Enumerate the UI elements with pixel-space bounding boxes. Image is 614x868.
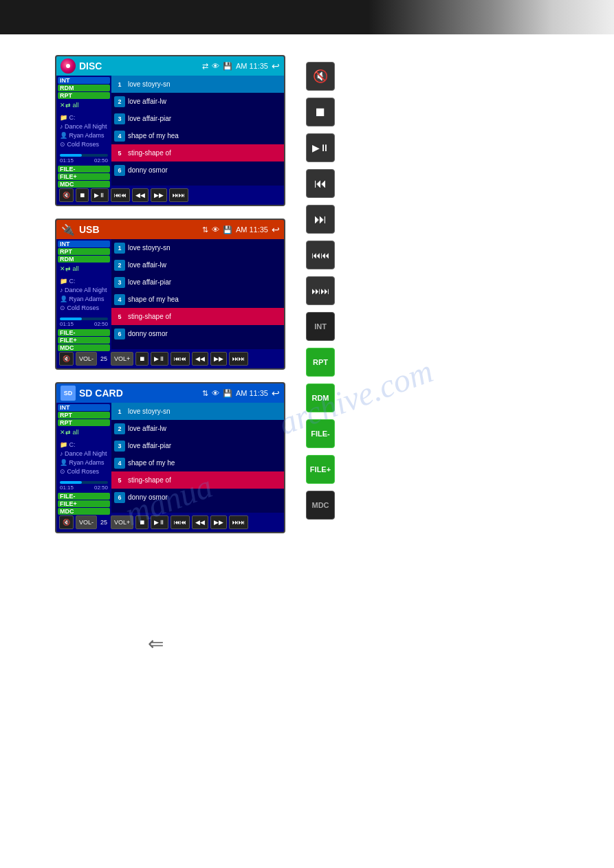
sd-mute-btn[interactable]: 🔇	[59, 515, 74, 529]
usb-track-row-6[interactable]: 6 donny osmor	[111, 325, 284, 342]
usb-file-info: 📁 C: ♪ Dance All Night 👤 Ryan Adams ⊙ Co…	[58, 276, 110, 314]
usb-vol-down[interactable]: VOL-	[76, 352, 97, 366]
sdcard-all-sym: ✕⇄ all	[60, 429, 79, 436]
usb-track-row-1[interactable]: 1 love stoyry-sn	[111, 239, 284, 256]
track-num-1: 1	[114, 79, 125, 90]
track-row-6[interactable]: 6 donny osmor	[111, 162, 284, 179]
usb-track-name-1: love stoyry-sn	[128, 244, 171, 252]
back-arrow[interactable]: ⇐	[148, 632, 164, 655]
disc-skipfwd-btn[interactable]: ⏭⏭	[169, 188, 188, 202]
sd-rewind-btn[interactable]: ◀◀	[192, 515, 208, 529]
sd-track-row-3[interactable]: 3 love affair-piar	[111, 437, 284, 454]
sdcard-mdc[interactable]: MDC	[58, 508, 110, 515]
disc-file-info: 📁 C: ♪ Dance All Night 👤 Ryan Adams ⊙ Co…	[58, 112, 110, 151]
sd-skipback-btn[interactable]: ⏮⏮	[171, 515, 190, 529]
disc-skipback-btn[interactable]: ⏮⏮	[111, 188, 130, 202]
usb-skipback-btn[interactable]: ⏮⏮	[171, 352, 190, 366]
usb-artist: 👤 Ryan Adams	[60, 295, 108, 304]
right-playpause-btn[interactable]: ▶⏸	[306, 133, 335, 162]
sdcard-info: ✕⇄ all	[58, 427, 110, 438]
sd-track-row-1[interactable]: 1 love stoyry-sn	[111, 403, 284, 420]
disc-back-icon: ↩	[272, 60, 280, 71]
sd-track-row-2[interactable]: 2 love affair-lw	[111, 420, 284, 437]
track-name-6: donny osmor	[128, 166, 168, 174]
track-row-5[interactable]: 5 sting-shape of	[111, 144, 284, 162]
usb-rdm-btn[interactable]: RDM	[58, 256, 110, 263]
usb-mdc[interactable]: MDC	[58, 344, 110, 351]
disc-rpt-btn[interactable]: RPT	[58, 92, 110, 99]
usb-skipfwd-btn[interactable]: ⏭⏭	[229, 352, 248, 366]
usb-file-plus[interactable]: FILE+	[58, 337, 110, 344]
right-rpt-btn[interactable]: RPT	[306, 348, 335, 377]
disc-rewind-btn[interactable]: ◀◀	[132, 188, 149, 202]
right-stop-btn[interactable]: ⏹	[306, 98, 335, 126]
right-vol-btn[interactable]: 🔇	[306, 62, 335, 91]
usb-track-row-4[interactable]: 4 shape of my hea	[111, 291, 284, 308]
track-row-1[interactable]: 1 love stoyry-sn	[111, 76, 284, 93]
usb-track-row-3[interactable]: 3 love affair-piar	[111, 274, 284, 291]
right-int-btn[interactable]: INT	[306, 312, 335, 341]
sdcard-int-btn[interactable]: INT	[58, 404, 110, 411]
usb-info: ✕⇄ all	[58, 263, 110, 275]
usb-track-name-3: love affair-piar	[128, 278, 171, 286]
sd-track-row-4[interactable]: 4 shape of my he	[111, 454, 284, 471]
right-skipfwd-btn[interactable]: ⏭⏭	[306, 276, 335, 305]
disc-mute-btn[interactable]: 🔇	[59, 188, 74, 202]
disc-mdc[interactable]: MDC	[58, 181, 110, 188]
track-num-5: 5	[114, 148, 125, 159]
sdcard-artist: 👤 Ryan Adams	[60, 458, 108, 467]
right-rewind-btn[interactable]: ⏮	[306, 169, 335, 198]
sdcard-sidebar: INT RPT RPT ✕⇄ all 📁 C: ♪ Dance All Nigh…	[56, 403, 111, 513]
sd-track-name-4: shape of my he	[128, 459, 175, 467]
usb-ffwd-btn[interactable]: ▶▶	[210, 352, 227, 366]
right-rdm-btn[interactable]: RDM	[306, 383, 335, 412]
right-file-minus-btn[interactable]: FILE-	[306, 419, 335, 448]
sdcard-rpt-btn2[interactable]: RPT	[58, 419, 110, 426]
right-file-plus-btn[interactable]: FILE+	[306, 455, 335, 484]
disc-file-plus[interactable]: FILE+	[58, 173, 110, 180]
sdcard-controls: 🔇 VOL- 25 VOL+ ⏹ ▶⏸ ⏮⏮ ◀◀ ▶▶ ⏭⏭	[56, 513, 284, 532]
usb-file-minus[interactable]: FILE-	[58, 329, 110, 336]
disc-ffwd-btn[interactable]: ▶▶	[151, 188, 167, 202]
disc-time: AM 11:35	[236, 62, 268, 70]
sdcard-label: SD CARD	[79, 388, 123, 399]
sd-stop-btn[interactable]: ⏹	[135, 515, 149, 529]
disc-file-minus[interactable]: FILE-	[58, 166, 110, 173]
usb-int-btn[interactable]: INT	[58, 241, 110, 247]
disc-playpause-btn[interactable]: ▶⏸	[91, 188, 109, 202]
usb-stop-btn[interactable]: ⏹	[135, 352, 149, 366]
sdcard-title-left: SD SD CARD	[61, 386, 123, 401]
track-row-2[interactable]: 2 love affair-lw	[111, 93, 284, 110]
usb-mute-btn[interactable]: 🔇	[59, 352, 74, 366]
disc-artist: 👤 Ryan Adams	[60, 131, 108, 140]
sdcard-icon: SD	[61, 386, 76, 401]
usb-playpause-btn[interactable]: ▶⏸	[151, 352, 168, 366]
disc-icon	[61, 58, 76, 74]
disc-stop-btn[interactable]: ⏹	[76, 188, 89, 202]
sd-track-row-5[interactable]: 5 sting-shape of	[111, 471, 284, 489]
sd-ffwd-btn[interactable]: ▶▶	[210, 515, 227, 529]
usb-titlebar: 🔌 USB ⇅ 👁 💾 AM 11:35 ↩	[56, 220, 284, 239]
sdcard-rpt-btn1[interactable]: RPT	[58, 412, 110, 419]
sdcard-file-minus[interactable]: FILE-	[58, 493, 110, 500]
track-row-3[interactable]: 3 love affair-piar	[111, 110, 284, 127]
sdcard-file-plus[interactable]: FILE+	[58, 500, 110, 507]
usb-rpt-btn[interactable]: RPT	[58, 248, 110, 255]
usb-track-row-5[interactable]: 5 sting-shape of	[111, 308, 284, 325]
sd-track-row-6[interactable]: 6 donny osmor	[111, 489, 284, 506]
sd-vol-up[interactable]: VOL+	[111, 515, 133, 529]
right-ffwd-btn[interactable]: ⏭	[306, 205, 335, 234]
right-skipback-btn[interactable]: ⏮⏮	[306, 241, 335, 269]
sd-vol-down[interactable]: VOL-	[76, 515, 97, 529]
usb-rewind-btn[interactable]: ◀◀	[192, 352, 208, 366]
sd-skipfwd-btn[interactable]: ⏭⏭	[229, 515, 248, 529]
disc-time-display: 01:15 02:50	[60, 157, 108, 164]
disc-int-btn[interactable]: INT	[58, 77, 110, 84]
disc-rdm-btn[interactable]: RDM	[58, 85, 110, 91]
usb-vol-up[interactable]: VOL+	[111, 352, 133, 366]
right-mdc-btn[interactable]: MDC	[306, 491, 335, 520]
sd-playpause-btn[interactable]: ▶⏸	[151, 515, 168, 529]
usb-track-row-2[interactable]: 2 love affair-lw	[111, 256, 284, 274]
disc-progress-area: 01:15 02:50	[58, 153, 110, 165]
track-row-4[interactable]: 4 shape of my hea	[111, 127, 284, 144]
